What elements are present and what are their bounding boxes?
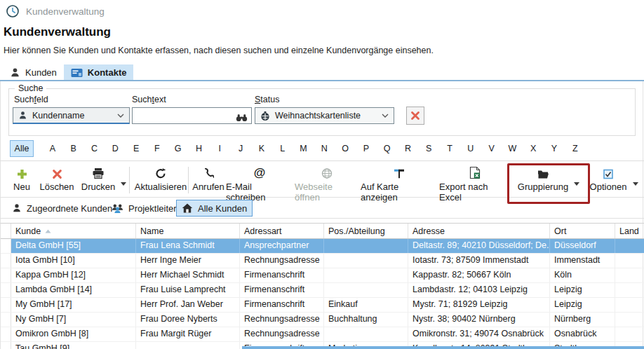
alphabet-all-button[interactable]: Alle — [10, 140, 34, 157]
anrufen-button[interactable]: Anrufen — [191, 165, 226, 192]
alphabet-letter[interactable]: L — [272, 140, 293, 157]
neu-button[interactable]: Neu — [8, 165, 35, 192]
table-cell[interactable]: Mystr. 71; 81929 Leipzig — [408, 298, 550, 312]
export-nach-excel-button[interactable]: Export nach Excel — [439, 165, 511, 203]
alphabet-letter[interactable]: I — [209, 140, 230, 157]
table-cell[interactable]: Firmenanschrift — [240, 283, 324, 297]
table-cell[interactable]: Kappastr. 82; 50667 Köln — [408, 268, 550, 282]
table-cell[interactable]: My GmbH [17] — [11, 298, 136, 312]
table-row[interactable]: Delta GmbH [55]Frau Lena SchmidtAnsprech… — [1, 239, 644, 254]
table-cell[interactable] — [615, 313, 644, 327]
table-cell[interactable]: Herr Prof. Jan Weber — [136, 298, 240, 312]
row-selector-gutter[interactable] — [1, 254, 11, 268]
column-header[interactable]: Name — [136, 224, 240, 238]
table-cell[interactable]: Iota GmbH [10] — [11, 254, 136, 268]
table-cell[interactable] — [324, 254, 408, 268]
column-header[interactable]: Pos./Abteilung — [324, 224, 408, 238]
table-cell[interactable]: Rechnungsadresse — [240, 254, 324, 268]
alphabet-letter[interactable]: P — [356, 140, 377, 157]
table-cell[interactable]: Firmenanschrift — [240, 298, 324, 312]
table-cell[interactable]: Einkauf — [324, 298, 408, 312]
row-selector-gutter[interactable] — [1, 342, 11, 349]
projektleiter-toggle[interactable]: Projektleiter — [107, 200, 182, 217]
table-cell[interactable] — [615, 239, 644, 253]
history-clock-icon[interactable] — [6, 4, 20, 18]
alphabet-letter[interactable]: K — [251, 140, 272, 157]
alphabet-letter[interactable]: Z — [565, 140, 586, 157]
binoculars-icon[interactable] — [236, 112, 248, 125]
table-cell[interactable] — [615, 268, 644, 282]
table-row[interactable]: Ny GmbH [7]Frau Doree NybertsRechnungsad… — [1, 313, 644, 327]
table-cell[interactable]: Deltastr. 89; 40210 Düsseldorf; De... — [408, 239, 550, 253]
alphabet-letter[interactable]: F — [147, 140, 168, 157]
alphabet-letter[interactable]: C — [84, 140, 105, 157]
table-cell[interactable]: Osnabrück — [550, 327, 615, 341]
table-cell[interactable]: Buchhaltung — [324, 313, 408, 327]
row-selector-gutter[interactable] — [1, 313, 11, 327]
table-cell[interactable]: Herr Michael Schmidt — [136, 268, 240, 282]
table-row[interactable]: Kappa GmbH [12]Herr Michael SchmidtFirme… — [1, 268, 644, 283]
table-cell[interactable]: Nürnberg — [550, 313, 615, 327]
alphabet-letter[interactable]: S — [418, 140, 439, 157]
alphabet-letter[interactable]: U — [460, 140, 481, 157]
table-cell[interactable]: Herr Inge Meier — [136, 254, 240, 268]
alphabet-letter[interactable]: X — [523, 140, 544, 157]
alphabet-letter[interactable]: Q — [377, 140, 398, 157]
table-cell[interactable] — [615, 298, 644, 312]
alphabet-letter[interactable]: Y — [544, 140, 565, 157]
column-header[interactable]: Adresse — [408, 224, 550, 238]
column-header[interactable]: Ort — [550, 224, 615, 238]
alphabet-letter[interactable]: G — [168, 140, 189, 157]
table-cell[interactable]: Frau Luise Lamprecht — [136, 283, 240, 297]
alphabet-letter[interactable]: M — [293, 140, 314, 157]
suchfeld-dropdown[interactable]: Kundenname — [13, 107, 130, 124]
alphabet-letter[interactable]: W — [502, 140, 523, 157]
alle-kunden-toggle[interactable]: Alle Kunden — [176, 200, 253, 217]
table-cell[interactable]: Omikronstr. 31; 49074 Osnabrück — [408, 327, 550, 341]
tab-kunden[interactable]: Kunden — [3, 64, 64, 81]
aktualisieren-button[interactable]: Aktualisieren — [132, 165, 189, 192]
row-selector-gutter[interactable] — [1, 298, 11, 312]
suchtext-input[interactable] — [136, 109, 237, 124]
table-row[interactable]: My GmbH [17]Herr Prof. Jan WeberFirmenan… — [1, 298, 644, 313]
optionen-button[interactable]: Optionen — [586, 165, 630, 192]
alphabet-letter[interactable]: B — [63, 140, 84, 157]
row-selector-gutter[interactable] — [1, 327, 11, 341]
table-cell[interactable] — [324, 327, 408, 341]
alphabet-letter[interactable]: V — [481, 140, 502, 157]
table-cell[interactable]: Rechnungsadresse — [240, 313, 324, 327]
table-cell[interactable]: Ny GmbH [7] — [11, 313, 136, 327]
alphabet-letter[interactable]: D — [105, 140, 126, 157]
table-cell[interactable]: Lambda GmbH [14] — [11, 283, 136, 297]
table-cell[interactable]: Tau GmbH [9] — [11, 342, 136, 349]
drucken-button[interactable]: Drucken — [79, 165, 118, 192]
status-dropdown[interactable]: Weihnachtskartenliste — [255, 107, 394, 124]
clear-filter-button[interactable] — [406, 107, 424, 125]
alphabet-letter[interactable]: R — [398, 140, 419, 157]
table-cell[interactable]: Frau Margit Rüger — [136, 327, 240, 341]
drucken-dropdown-arrow[interactable] — [121, 182, 126, 186]
auf-karte-anzeigen-button[interactable]: Auf Karte anzeigen — [361, 165, 438, 203]
column-header[interactable]: Kunde — [11, 224, 136, 238]
table-row[interactable]: Omikron GmbH [8]Frau Margit RügerRechnun… — [1, 327, 644, 342]
alphabet-letter[interactable]: H — [189, 140, 210, 157]
row-selector-gutter[interactable] — [1, 283, 11, 297]
table-cell[interactable]: Immenstadt — [550, 254, 615, 268]
table-cell[interactable]: Düsseldorf — [550, 239, 615, 253]
table-cell[interactable]: Firmenanschrift — [240, 268, 324, 282]
table-cell[interactable]: Rechnungsadresse — [240, 327, 324, 341]
table-cell[interactable]: Lambdastr. 12; 04103 Leipzig — [408, 283, 550, 297]
table-cell[interactable]: Delta GmbH [55] — [11, 239, 136, 253]
loeschen-button[interactable]: Löschen — [36, 165, 77, 192]
column-header[interactable]: Adressart — [240, 224, 324, 238]
alphabet-letter[interactable]: J — [230, 140, 251, 157]
table-cell[interactable] — [324, 268, 408, 282]
table-cell[interactable]: Frau Doree Nyberts — [136, 313, 240, 327]
alphabet-letter[interactable]: T — [439, 140, 460, 157]
zugeordnete-kunden-toggle[interactable]: Zugeordnete Kunden — [7, 200, 117, 217]
table-cell[interactable]: Ansprechpartner — [240, 239, 324, 253]
column-header[interactable]: Land — [615, 224, 644, 238]
table-cell[interactable]: Köln — [550, 268, 615, 282]
email-schreiben-button[interactable]: @ E-Mail schreiben — [226, 165, 293, 203]
table-cell[interactable] — [615, 283, 644, 297]
